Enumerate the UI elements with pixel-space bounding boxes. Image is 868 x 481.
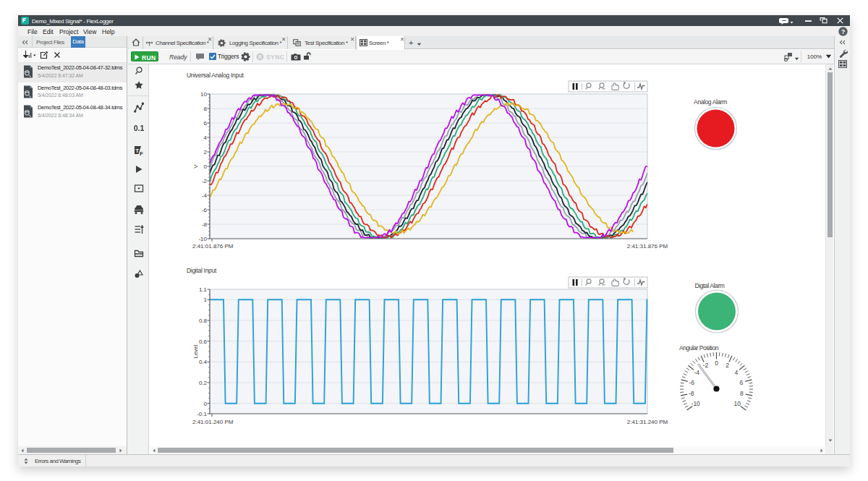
svg-text:-0.1: -0.1 [197, 411, 207, 417]
svg-text:-10: -10 [198, 236, 207, 242]
svg-text:-8: -8 [689, 390, 694, 397]
svg-text:2:41:01.876 PM: 2:41:01.876 PM [192, 243, 234, 250]
svg-text:2: 2 [726, 362, 729, 369]
svg-text:0.1: 0.1 [134, 124, 144, 132]
svg-text:Level: Level [192, 344, 199, 358]
svg-text:1.1: 1.1 [199, 286, 208, 293]
svg-text:0.2: 0.2 [199, 380, 208, 386]
svg-text:-2: -2 [202, 178, 208, 184]
svg-text:Universal Analog Input: Universal Analog Input [187, 72, 244, 79]
svg-text:0.8: 0.8 [199, 318, 208, 324]
svg-text:Analog Alarm: Analog Alarm [694, 98, 727, 106]
svg-text:0.6: 0.6 [199, 339, 208, 345]
svg-text:0: 0 [204, 401, 208, 407]
svg-text:-2: -2 [703, 362, 709, 369]
svg-text:F: F [140, 150, 143, 157]
svg-text:0.4: 0.4 [199, 359, 208, 365]
svg-text:-6: -6 [689, 379, 694, 386]
svg-text:2: 2 [204, 149, 208, 156]
svg-text:Digtal Alarm: Digtal Alarm [694, 282, 724, 289]
svg-text:?: ? [841, 28, 845, 35]
svg-text:4: 4 [204, 135, 208, 141]
svg-text:-4: -4 [694, 369, 699, 376]
svg-text:8: 8 [204, 106, 208, 112]
svg-text:Digital Input: Digital Input [187, 267, 217, 274]
svg-text:-10: -10 [692, 400, 701, 407]
svg-text:4: 4 [734, 369, 738, 376]
svg-text:0: 0 [715, 359, 718, 367]
svg-text:10: 10 [734, 400, 741, 407]
svg-text:10: 10 [200, 91, 207, 98]
svg-text:8: 8 [740, 390, 744, 397]
svg-text:V: V [192, 164, 199, 169]
svg-text:2:41:01.240 PM: 2:41:01.240 PM [192, 419, 234, 425]
svg-text:2:41:31.240 PM: 2:41:31.240 PM [627, 419, 668, 425]
svg-text:-4: -4 [202, 192, 208, 199]
svg-text:2:41:31.876 PM: 2:41:31.876 PM [627, 243, 668, 250]
svg-text:-8: -8 [202, 221, 208, 228]
svg-text:6: 6 [740, 379, 744, 386]
svg-text:Angular Position: Angular Position [679, 344, 719, 352]
svg-text:1: 1 [204, 297, 208, 303]
svg-text:-6: -6 [202, 207, 208, 213]
svg-text:6: 6 [204, 120, 208, 127]
svg-text:T: T [135, 148, 139, 154]
svg-text:0: 0 [204, 163, 208, 170]
